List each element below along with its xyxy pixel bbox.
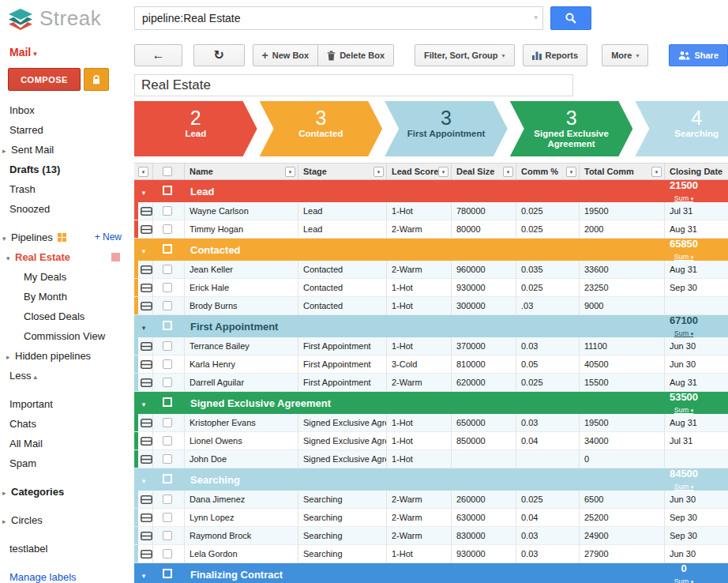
collapse-icon[interactable]: ▾: [2, 229, 11, 249]
cell-stage[interactable]: Searching: [298, 545, 387, 563]
sidebar-item-all-mail[interactable]: All Mail: [0, 434, 128, 453]
cell-deal-size[interactable]: 630000: [452, 509, 516, 527]
mail-menu[interactable]: Mail▾: [0, 44, 128, 68]
cell-lead-score[interactable]: 2-Warm: [387, 261, 452, 279]
stage-arrow-signed-exclusive-agreement[interactable]: 3Signed Exclusive Agreement: [510, 101, 633, 156]
row-checkbox[interactable]: [163, 283, 172, 292]
cell-lead-score[interactable]: 1-Hot: [387, 202, 452, 220]
cell-name[interactable]: Brody Burns: [185, 297, 298, 315]
row-checkbox[interactable]: [163, 206, 172, 216]
cell-total-comm[interactable]: 15500: [580, 374, 665, 392]
cell-name[interactable]: Dana Jimenez: [185, 491, 298, 509]
cell-closing-date[interactable]: Aug 31: [665, 261, 728, 279]
cell-name[interactable]: Raymond Brock: [185, 527, 298, 545]
cell-total-comm[interactable]: 33600: [580, 261, 665, 279]
cell-name[interactable]: John Doe: [185, 450, 298, 468]
compose-button[interactable]: COMPOSE: [8, 68, 81, 91]
group-expander-icon[interactable]: ▾: [142, 324, 146, 332]
cell-stage[interactable]: First Appointment: [298, 355, 387, 374]
cell-closing-date[interactable]: Sep 30: [665, 527, 728, 545]
collapse-icon[interactable]: ▾: [6, 249, 15, 269]
column-dropdown-button[interactable]: ▾: [438, 167, 448, 177]
column-dropdown-button[interactable]: ▾: [651, 167, 662, 177]
cell-name[interactable]: Kristopher Evans: [185, 414, 298, 432]
sidebar-item-hidden-pipelines[interactable]: ▸Hidden pipelines: [0, 346, 128, 366]
cell-stage[interactable]: Signed Exclusive Agreement: [298, 414, 387, 432]
cell-closing-date[interactable]: Jun 30: [665, 491, 728, 509]
cell-closing-date[interactable]: Jun 30: [665, 545, 728, 563]
cell-stage[interactable]: Contacted: [298, 279, 387, 297]
table-row[interactable]: Dana JimenezSearching2-Warm2600000.02565…: [134, 491, 728, 509]
table-row[interactable]: Lionel OwensSigned Exclusive Agreement1-…: [134, 432, 728, 450]
cell-closing-date[interactable]: Aug 31: [665, 414, 728, 432]
cell-lead-score[interactable]: 2-Warm: [387, 374, 452, 392]
cell-total-comm[interactable]: 6500: [580, 491, 665, 509]
cell-deal-size[interactable]: 260000: [452, 491, 516, 509]
stage-arrow-first-appointment[interactable]: 3First Appointment: [385, 101, 508, 156]
cell-comm[interactable]: 0.035: [516, 261, 580, 279]
box-icon[interactable]: [141, 284, 152, 292]
cell-lead-score[interactable]: 2-Warm: [387, 220, 452, 239]
cell-comm[interactable]: 0.025: [516, 491, 580, 509]
cell-deal-size[interactable]: 780000: [452, 202, 516, 220]
group-sum-button[interactable]: Sum ▾: [674, 578, 694, 583]
cell-comm[interactable]: 0.03: [516, 337, 580, 355]
cell-closing-date[interactable]: Sep 30: [665, 279, 728, 297]
table-row[interactable]: Timmy HoganLead2-Warm800000.0252000Aug 3…: [134, 220, 728, 239]
expand-icon[interactable]: ▸: [6, 348, 15, 367]
cell-deal-size[interactable]: [452, 450, 516, 468]
row-checkbox[interactable]: [163, 549, 172, 559]
cell-name[interactable]: Lionel Owens: [185, 432, 298, 450]
box-icon[interactable]: [141, 495, 152, 504]
cell-total-comm[interactable]: 11100: [580, 337, 665, 355]
cell-name[interactable]: Terrance Bailey: [185, 337, 298, 355]
table-row[interactable]: Kristopher EvansSigned Exclusive Agreeme…: [134, 414, 728, 432]
search-button[interactable]: [550, 6, 591, 30]
box-icon[interactable]: [141, 437, 152, 446]
cell-closing-date[interactable]: [665, 450, 728, 468]
cell-deal-size[interactable]: 850000: [452, 432, 516, 450]
sidebar-item-important[interactable]: Important: [0, 394, 128, 414]
box-icon[interactable]: [141, 419, 152, 427]
cell-deal-size[interactable]: 80000: [452, 220, 516, 239]
group-checkbox[interactable]: [163, 397, 172, 407]
group-checkbox[interactable]: [163, 244, 172, 254]
table-row[interactable]: Darrell AguilarFirst Appointment2-Warm62…: [134, 374, 728, 392]
column-dropdown-button[interactable]: ▾: [566, 167, 576, 177]
row-checkbox[interactable]: [163, 418, 172, 427]
cell-closing-date[interactable]: Jul 31: [665, 432, 728, 450]
cell-lead-score[interactable]: 2-Warm: [387, 509, 452, 527]
streak-logo[interactable]: Streak: [0, 6, 101, 31]
cell-name[interactable]: Erick Hale: [185, 279, 298, 297]
cell-lead-score[interactable]: 1-Hot: [387, 450, 452, 468]
cell-total-comm[interactable]: 40500: [580, 355, 665, 374]
cell-lead-score[interactable]: 3-Cold: [387, 355, 452, 374]
sidebar-item-less[interactable]: Less▴: [0, 366, 128, 386]
group-checkbox[interactable]: [163, 321, 172, 330]
cell-closing-date[interactable]: [665, 297, 728, 315]
row-checkbox[interactable]: [163, 531, 172, 540]
group-sum-button[interactable]: Sum ▾: [674, 407, 694, 414]
sidebar-item-starred[interactable]: Starred: [0, 120, 128, 140]
row-checkbox[interactable]: [163, 341, 172, 351]
cell-comm[interactable]: [516, 450, 580, 468]
cell-deal-size[interactable]: 930000: [452, 279, 516, 297]
row-checkbox[interactable]: [163, 265, 172, 274]
cell-closing-date[interactable]: Jun 30: [665, 337, 728, 355]
cell-name[interactable]: Lela Gordon: [185, 545, 298, 563]
cell-stage[interactable]: Signed Exclusive Agreement: [298, 450, 387, 468]
stage-arrow-lead[interactable]: 2Lead: [134, 101, 257, 156]
sidebar-item-manage-labels[interactable]: Manage labels: [0, 567, 128, 583]
cell-comm[interactable]: 0.025: [516, 202, 580, 220]
column-dropdown-button[interactable]: ▾: [285, 167, 295, 177]
table-row[interactable]: Lela GordonSearching1-Hot9300000.0327900…: [134, 545, 728, 563]
cell-comm[interactable]: 0.025: [516, 220, 580, 239]
refresh-button[interactable]: ↻: [193, 44, 245, 66]
box-icon[interactable]: [141, 532, 152, 540]
group-checkbox[interactable]: [163, 186, 172, 195]
sidebar-item-spam[interactable]: Spam: [0, 453, 128, 473]
select-all-checkbox[interactable]: [163, 167, 172, 176]
cell-lead-score[interactable]: 1-Hot: [387, 279, 452, 297]
row-checkbox[interactable]: [163, 436, 172, 446]
cell-lead-score[interactable]: 1-Hot: [387, 297, 452, 315]
